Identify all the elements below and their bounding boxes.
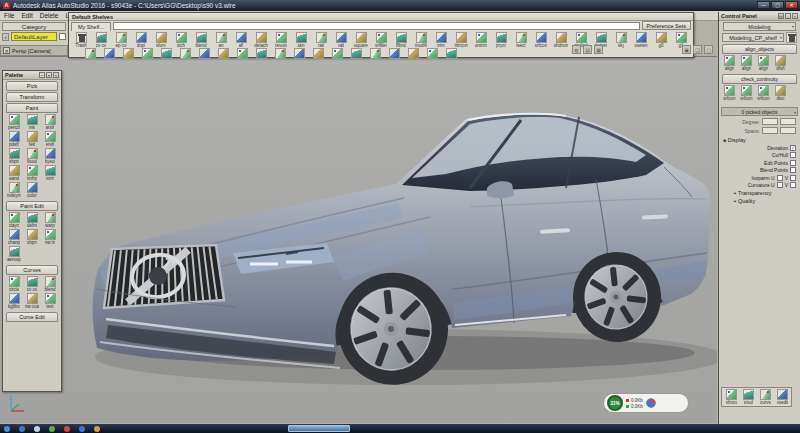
shdnon-button[interactable]: shdnon (551, 32, 571, 48)
preference-sets-button[interactable]: Preference Sets (642, 21, 691, 30)
mdsym-button[interactable]: mdsym (5, 182, 23, 198)
disc-button[interactable]: disc (772, 85, 789, 101)
dupl-button[interactable]: dupl (131, 32, 151, 48)
cp-trash-icon[interactable] (786, 32, 797, 43)
cv-cv-button[interactable]: cv·cv (91, 32, 111, 48)
shelf-tool-11-button[interactable] (290, 48, 309, 59)
layer-prev-icon[interactable]: ‹ (2, 33, 9, 41)
text-button[interactable]: text (41, 293, 59, 309)
color-button[interactable]: color (23, 182, 41, 198)
flood-button[interactable]: flood (23, 148, 41, 164)
shelf-tool-5-button[interactable] (176, 48, 195, 59)
degree--input-2[interactable] (780, 118, 796, 125)
palette-titlebar[interactable]: Palette ▪ ▾ ✕ (3, 71, 61, 80)
shelf-tool-6-button[interactable] (195, 48, 214, 59)
shelf-tool-13-button[interactable] (328, 48, 347, 59)
palette-collapse-icon[interactable]: ▾ (46, 72, 52, 78)
align-button[interactable]: align (755, 55, 772, 71)
taskbar-app-icon-1[interactable] (19, 426, 25, 432)
nw-in-button[interactable]: nw in (41, 229, 59, 245)
picked-objects-bar[interactable]: 0 picked objects (721, 107, 798, 116)
minimize-button[interactable] (757, 1, 770, 9)
shpn-button[interactable]: shpn (23, 229, 41, 245)
pdsft-button[interactable]: pdsft (5, 131, 23, 147)
srfcon-button[interactable]: srfcon (755, 85, 772, 101)
shelf-tool-9-button[interactable] (252, 48, 271, 59)
deviation-checkbox[interactable] (790, 145, 796, 151)
fflbnd-button[interactable]: fflbnd (391, 32, 411, 48)
skn-button[interactable]: skn (291, 32, 311, 48)
imfrp-button[interactable]: imfrp (23, 165, 41, 181)
aerosp-button[interactable]: aerosp (5, 246, 23, 262)
g0-button[interactable]: g0 (651, 32, 671, 48)
revolv-button[interactable]: revolv (271, 32, 291, 48)
window-cascade-icon[interactable]: ❏ (693, 45, 702, 54)
window-tile-icon[interactable]: ▣ (682, 45, 691, 54)
taskbar-app-icon-5[interactable] (79, 426, 85, 432)
felt-button[interactable]: felt (23, 131, 41, 147)
palette-section-pick[interactable]: Pick (6, 81, 58, 91)
palette-pin-icon[interactable]: ▪ (39, 72, 45, 78)
shelf-tool-3-button[interactable] (138, 48, 157, 59)
palette-section-transform[interactable]: Transform (6, 92, 58, 102)
rail-button[interactable]: rail (311, 32, 331, 48)
spans--input-2[interactable] (780, 127, 796, 134)
clayn-button[interactable]: clayn (5, 212, 23, 228)
modift-button[interactable]: modift (411, 32, 431, 48)
shelf-tool-7-button[interactable] (214, 48, 233, 59)
tab-my-shelf[interactable]: My Shelf... (71, 22, 111, 31)
shelf-tool-8-button[interactable] (233, 48, 252, 59)
palette-section-paint-edit[interactable]: Paint Edit (6, 201, 58, 211)
arsft-button[interactable]: arsft (41, 114, 59, 130)
ep-cv-button[interactable]: ep·cv (111, 32, 131, 48)
close-button[interactable] (785, 1, 798, 9)
taskbar-app-icon-0[interactable] (4, 426, 10, 432)
trash-button[interactable]: Trash (71, 32, 91, 48)
square-button[interactable]: square (351, 32, 371, 48)
trim-button[interactable]: trim (431, 32, 451, 48)
control-panel-titlebar[interactable]: Control Panel ▤ △ ✕ (719, 12, 800, 21)
cv-cv-button[interactable]: cv·cv (23, 276, 41, 292)
shelf-tool-18-button[interactable] (423, 48, 442, 59)
window-expand-icon[interactable]: ▢ (704, 45, 713, 54)
shelf-tool-2-button[interactable] (119, 48, 138, 59)
palette-section-curves[interactable]: Curves (6, 265, 58, 275)
cp-close-icon[interactable]: ✕ (792, 13, 798, 19)
palette-close-icon[interactable]: ✕ (53, 72, 59, 78)
cp-dock-icon[interactable]: ▤ (778, 13, 784, 19)
srfcon-button[interactable]: srfcon (721, 85, 738, 101)
spans--input-1[interactable] (762, 127, 778, 134)
warp-button[interactable]: warp (41, 212, 59, 228)
srsuf-button[interactable]: srsuf (740, 389, 757, 405)
cp-shelf-dropdown[interactable]: Modeling_CP_shelf (722, 33, 784, 42)
shelf-tool-19-button[interactable] (442, 48, 461, 59)
wand-button[interactable]: wand (5, 165, 23, 181)
detach-button[interactable]: detach (251, 32, 271, 48)
shelf-tool-17-button[interactable] (404, 48, 423, 59)
menu-edit[interactable]: Edit (21, 12, 32, 19)
rail-button[interactable]: rail (331, 32, 351, 48)
defm-button[interactable]: defm (23, 212, 41, 228)
menu-file[interactable]: File (4, 12, 14, 19)
maximize-button[interactable] (771, 1, 784, 9)
srfcon-button[interactable]: srfcon (738, 85, 755, 101)
taskbar-app-icon-3[interactable] (49, 426, 55, 432)
degree--input-1[interactable] (762, 118, 778, 125)
bysol-button[interactable]: bysol (41, 148, 59, 164)
srfillet-button[interactable]: srfillet (371, 32, 391, 48)
chanp-button[interactable]: chanp (5, 229, 23, 245)
curvs-button[interactable]: curvs (757, 389, 774, 405)
xsedit-button[interactable]: xsedit (774, 389, 791, 405)
cp-group-check-continuity[interactable]: check_continuity (722, 74, 797, 84)
shelf-tool-0-button[interactable] (81, 48, 100, 59)
stch-button[interactable]: stch (171, 32, 191, 48)
taskbar-app-icon-6[interactable] (94, 426, 100, 432)
layer-visibility-checkbox[interactable] (59, 33, 66, 40)
palette-section-curve-edit[interactable]: Curve Edit (6, 312, 58, 322)
category-header[interactable]: Category (2, 22, 66, 31)
xfmcv-button[interactable]: xfmcv (723, 389, 740, 405)
active-layer-chip[interactable]: DefaultLayer (11, 32, 57, 41)
pane-icon[interactable]: ▤ (583, 45, 592, 54)
isect-button[interactable]: isect (511, 32, 531, 48)
ink-button[interactable]: ink (23, 114, 41, 130)
